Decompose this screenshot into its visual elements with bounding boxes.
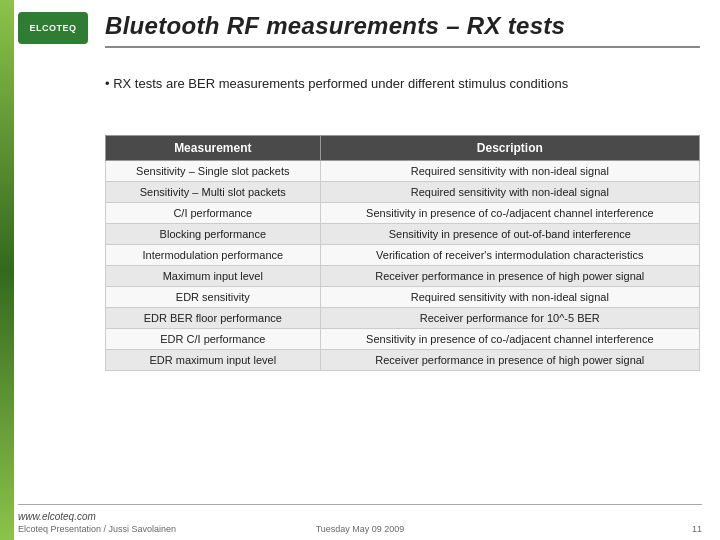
col-measurement: Measurement: [106, 136, 321, 161]
cell-measurement: EDR C/I performance: [106, 329, 321, 350]
cell-measurement: Sensitivity – Single slot packets: [106, 161, 321, 182]
logo: ELCOTEQ: [18, 12, 88, 44]
bullet-section: • RX tests are BER measurements performe…: [105, 75, 700, 93]
bullet-text: • RX tests are BER measurements performe…: [105, 76, 568, 91]
cell-measurement: Blocking performance: [106, 224, 321, 245]
cell-description: Required sensitivity with non-ideal sign…: [320, 161, 699, 182]
cell-measurement: C/I performance: [106, 203, 321, 224]
table-header-row: Measurement Description: [106, 136, 700, 161]
table-row: Sensitivity – Multi slot packetsRequired…: [106, 182, 700, 203]
footer-divider: [18, 504, 702, 505]
table-row: EDR maximum input levelReceiver performa…: [106, 350, 700, 371]
footer-center-text: Tuesday May 09 2009: [316, 524, 405, 534]
footer-website: www.elcoteq.com: [18, 511, 96, 522]
left-green-bar: [0, 0, 14, 540]
table-row: EDR BER floor performanceReceiver perfor…: [106, 308, 700, 329]
cell-measurement: Sensitivity – Multi slot packets: [106, 182, 321, 203]
col-description: Description: [320, 136, 699, 161]
footer-left-text: Elcoteq Presentation / Jussi Savolainen: [18, 524, 176, 534]
table-row: Sensitivity – Single slot packetsRequire…: [106, 161, 700, 182]
cell-description: Sensitivity in presence of co-/adjacent …: [320, 329, 699, 350]
cell-description: Required sensitivity with non-ideal sign…: [320, 182, 699, 203]
table-row: Blocking performanceSensitivity in prese…: [106, 224, 700, 245]
cell-description: Receiver performance in presence of high…: [320, 350, 699, 371]
title-area: Bluetooth RF measurements – RX tests: [105, 12, 700, 48]
cell-measurement: EDR BER floor performance: [106, 308, 321, 329]
cell-description: Receiver performance for 10^-5 BER: [320, 308, 699, 329]
table-row: EDR sensitivityRequired sensitivity with…: [106, 287, 700, 308]
table-row: Maximum input levelReceiver performance …: [106, 266, 700, 287]
cell-description: Sensitivity in presence of out-of-band i…: [320, 224, 699, 245]
logo-text: ELCOTEQ: [29, 23, 76, 33]
cell-measurement: Intermodulation performance: [106, 245, 321, 266]
cell-description: Required sensitivity with non-ideal sign…: [320, 287, 699, 308]
table-row: EDR C/I performanceSensitivity in presen…: [106, 329, 700, 350]
cell-measurement: EDR sensitivity: [106, 287, 321, 308]
cell-description: Sensitivity in presence of co-/adjacent …: [320, 203, 699, 224]
cell-measurement: EDR maximum input level: [106, 350, 321, 371]
title-divider: [105, 46, 700, 48]
footer-page-number: 11: [692, 524, 702, 534]
table-row: C/I performanceSensitivity in presence o…: [106, 203, 700, 224]
table-row: Intermodulation performanceVerification …: [106, 245, 700, 266]
cell-description: Verification of receiver's intermodulati…: [320, 245, 699, 266]
measurements-table: Measurement Description Sensitivity – Si…: [105, 135, 700, 371]
cell-measurement: Maximum input level: [106, 266, 321, 287]
table-container: Measurement Description Sensitivity – Si…: [105, 135, 700, 371]
page-title: Bluetooth RF measurements – RX tests: [105, 12, 700, 40]
cell-description: Receiver performance in presence of high…: [320, 266, 699, 287]
